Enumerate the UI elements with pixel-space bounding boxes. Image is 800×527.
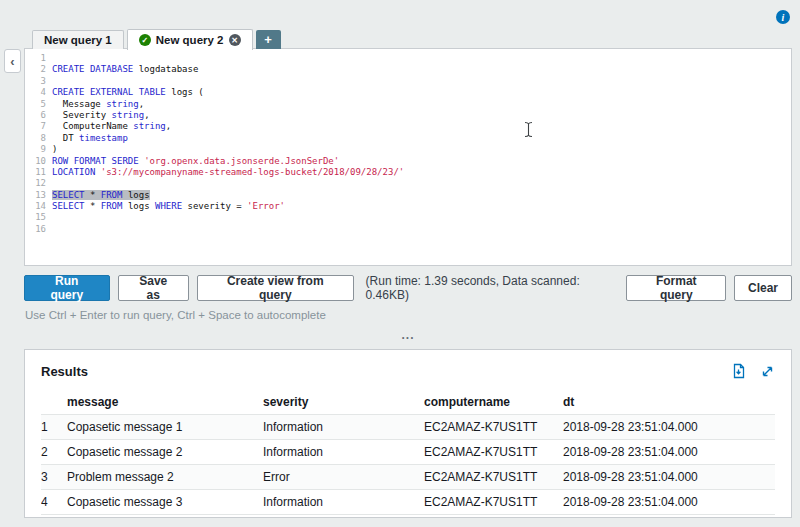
table-cell: EC2AMAZ-K7US1TT: [424, 490, 563, 514]
code-line[interactable]: SELECT * FROM logs WHERE severity = 'Err…: [52, 201, 791, 212]
row-number-header: [41, 390, 67, 414]
table-cell: Copasetic message 1: [67, 415, 263, 439]
line-number: 13: [25, 190, 46, 201]
table-cell: Information: [263, 490, 424, 514]
code-line[interactable]: ComputerName string,: [52, 121, 791, 132]
code-line[interactable]: [52, 53, 791, 64]
format-query-button[interactable]: Format query: [626, 275, 726, 301]
code-line[interactable]: [52, 178, 791, 189]
line-number: 15: [25, 212, 46, 223]
code-line[interactable]: [52, 76, 791, 87]
column-header: dt: [563, 390, 775, 414]
table-cell: Information: [263, 415, 424, 439]
download-results-icon[interactable]: [731, 363, 746, 379]
code-line[interactable]: CREATE EXTERNAL TABLE logs (: [52, 87, 791, 98]
table-cell: 2018-09-28 23:51:04.000: [563, 465, 775, 489]
run-stats-text: (Run time: 1.39 seconds, Data scanned: 0…: [366, 274, 619, 302]
code-line[interactable]: Message string,: [52, 99, 791, 110]
line-number: 6: [25, 110, 46, 121]
table-row: 1Copasetic message 1InformationEC2AMAZ-K…: [41, 415, 775, 440]
line-number: 1: [25, 53, 46, 64]
line-number: 8: [25, 133, 46, 144]
code-line[interactable]: ): [52, 144, 791, 155]
create-view-button[interactable]: Create view from query: [197, 275, 354, 301]
panel-resize-handle[interactable]: ...: [24, 328, 792, 342]
code-line[interactable]: SELECT * FROM logs: [52, 190, 791, 201]
table-cell: EC2AMAZ-K7US1TT: [424, 415, 563, 439]
tab-new-query-1[interactable]: New query 1: [32, 30, 124, 49]
results-table: messageseveritycomputernamedt1Copasetic …: [41, 390, 775, 515]
code-line[interactable]: [52, 212, 791, 223]
line-number: 7: [25, 121, 46, 132]
expand-results-icon[interactable]: [760, 364, 775, 379]
table-cell: EC2AMAZ-K7US1TT: [424, 465, 563, 489]
secondary-actions: Format query Clear: [626, 275, 792, 301]
new-tab-button[interactable]: +: [256, 30, 281, 49]
info-icon[interactable]: i: [776, 10, 790, 24]
table-cell: EC2AMAZ-K7US1TT: [424, 440, 563, 464]
table-cell: Error: [263, 465, 424, 489]
line-number: 10: [25, 156, 46, 167]
column-header: severity: [263, 390, 424, 414]
line-number: 14: [25, 201, 46, 212]
code-line[interactable]: Severity string,: [52, 110, 791, 121]
tab-label: New query 2: [156, 34, 224, 46]
table-row: 4Copasetic message 3InformationEC2AMAZ-K…: [41, 490, 775, 515]
keyboard-hint-text: Use Ctrl + Enter to run query, Ctrl + Sp…: [25, 309, 326, 321]
athena-query-console: { "colors": { "accent": "#0073bb", "prim…: [0, 0, 800, 527]
results-panel: Results messageseveritycomputernamedt1Co…: [24, 349, 792, 518]
text-cursor-icon: [523, 121, 534, 142]
table-cell: 2018-09-28 23:51:04.000: [563, 440, 775, 464]
code-line[interactable]: ROW FORMAT SERDE 'org.openx.data.jsonser…: [52, 156, 791, 167]
line-number: 9: [25, 144, 46, 155]
code-line[interactable]: LOCATION 's3://mycompanyname-streamed-lo…: [52, 167, 791, 178]
tab-new-query-2[interactable]: ✓ New query 2 ✕: [127, 29, 253, 50]
query-tab-bar: New query 1 ✓ New query 2 ✕ +: [32, 29, 281, 49]
results-header-icons: [731, 363, 775, 379]
results-header-row: messageseveritycomputernamedt: [41, 390, 775, 415]
table-row: 3Problem message 2ErrorEC2AMAZ-K7US1TT20…: [41, 465, 775, 490]
collapse-panel-button[interactable]: ‹: [4, 49, 21, 73]
save-as-button[interactable]: Save as: [118, 275, 189, 301]
code-area[interactable]: CREATE DATABASE logdatabaseCREATE EXTERN…: [52, 49, 791, 265]
query-success-check-icon: ✓: [139, 34, 151, 46]
line-number: 5: [25, 99, 46, 110]
column-header: message: [67, 390, 263, 414]
code-line[interactable]: DT timestamp: [52, 133, 791, 144]
close-tab-icon[interactable]: ✕: [229, 34, 241, 46]
line-number: 4: [25, 87, 46, 98]
sql-editor: 12345678910111213141516 CREATE DATABASE …: [24, 48, 792, 266]
line-number: 11: [25, 167, 46, 178]
run-query-button[interactable]: Run query: [24, 275, 110, 301]
line-number: 12: [25, 178, 46, 189]
code-line[interactable]: [52, 224, 791, 235]
line-number: 16: [25, 224, 46, 235]
line-number: 2: [25, 64, 46, 75]
tab-label: New query 1: [44, 34, 112, 46]
line-number: 3: [25, 76, 46, 87]
line-number-gutter: 12345678910111213141516: [25, 49, 52, 265]
row-number: 2: [41, 440, 67, 464]
row-number: 3: [41, 465, 67, 489]
results-header: Results: [41, 363, 775, 379]
row-number: 1: [41, 415, 67, 439]
table-cell: 2018-09-28 23:51:04.000: [563, 490, 775, 514]
code-line[interactable]: CREATE DATABASE logdatabase: [52, 64, 791, 75]
row-number: 4: [41, 490, 67, 514]
table-cell: Copasetic message 3: [67, 490, 263, 514]
table-cell: Information: [263, 440, 424, 464]
table-cell: Problem message 2: [67, 465, 263, 489]
table-cell: Copasetic message 2: [67, 440, 263, 464]
column-header: computername: [424, 390, 563, 414]
table-cell: 2018-09-28 23:51:04.000: [563, 415, 775, 439]
query-actions-toolbar: Run query Save as Create view from query…: [24, 274, 792, 302]
table-row: 2Copasetic message 2InformationEC2AMAZ-K…: [41, 440, 775, 465]
clear-button[interactable]: Clear: [734, 275, 792, 301]
results-title: Results: [41, 364, 88, 379]
